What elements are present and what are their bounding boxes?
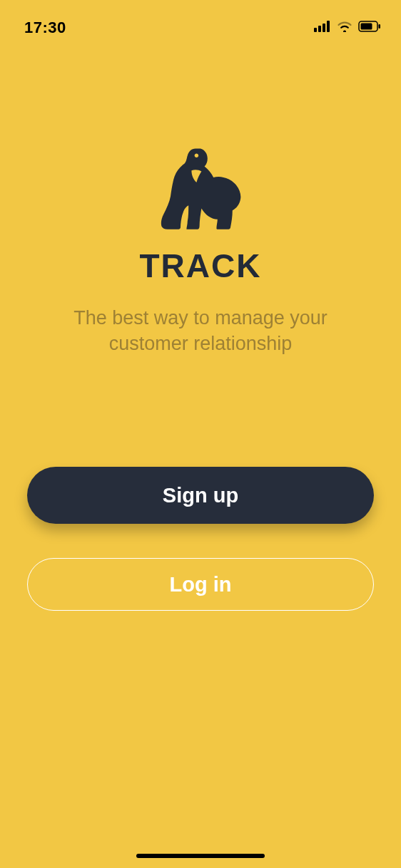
svg-rect-3: [327, 21, 330, 32]
app-name: TRACK: [140, 247, 262, 285]
tagline-line1: The best way to manage your: [73, 307, 328, 329]
signup-button[interactable]: Sign up: [27, 467, 374, 524]
svg-rect-5: [361, 24, 372, 30]
tagline-line2: customer relationship: [109, 333, 293, 354]
status-icons: [314, 21, 381, 35]
svg-rect-2: [323, 24, 325, 32]
gorilla-icon: [151, 143, 250, 245]
svg-rect-0: [314, 28, 317, 32]
welcome-content: TRACK The best way to manage your custom…: [0, 43, 401, 357]
login-button[interactable]: Log in: [27, 558, 374, 611]
status-time: 17:30: [24, 19, 66, 37]
auth-buttons: Sign up Log in: [0, 467, 401, 611]
battery-icon: [358, 21, 381, 35]
home-indicator[interactable]: [136, 854, 265, 858]
tagline: The best way to manage your customer rel…: [45, 305, 356, 357]
svg-rect-1: [318, 26, 321, 32]
wifi-icon: [337, 21, 352, 35]
svg-rect-6: [379, 24, 381, 29]
status-bar: 17:30: [0, 0, 401, 43]
cellular-signal-icon: [314, 21, 331, 35]
logo: TRACK: [140, 143, 262, 285]
